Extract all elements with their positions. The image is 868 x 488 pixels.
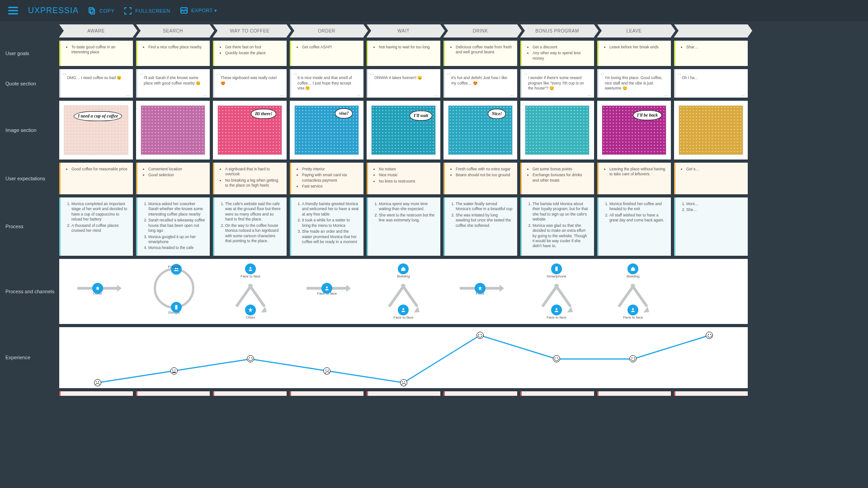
card[interactable]: Get s…: [674, 163, 748, 194]
image-card[interactable]: I'll be back: [597, 101, 671, 160]
fullscreen-icon: [124, 7, 132, 14]
card[interactable]: A signboard that is hard to overlookNo b…: [213, 163, 287, 194]
svg-rect-1: [89, 8, 93, 13]
export-icon: [180, 7, 188, 14]
image-card[interactable]: Nice!: [443, 101, 517, 160]
brand-logo[interactable]: UXPRESSIA: [28, 6, 79, 15]
card[interactable]: Leave before her break ends: [597, 41, 671, 66]
copy-button[interactable]: COPY: [89, 7, 114, 14]
process-row: Process Monica completed an important st…: [5, 197, 868, 256]
card[interactable]: Not having to wait for too long: [367, 41, 440, 66]
stage-header[interactable]: WAY TO COFFEE: [213, 24, 287, 38]
card[interactable]: Shar…: [674, 41, 748, 66]
experience-point[interactable]: [247, 355, 254, 362]
journey-board: AWARE SEARCH WAY TO COFFEE ORDER WAIT DR…: [0, 21, 868, 396]
quote-card[interactable]: I wonder if there's some reward program …: [520, 69, 594, 97]
svg-point-6: [250, 267, 251, 269]
row-label-goals: User goals: [5, 41, 56, 66]
quote-card[interactable]: Ohhhhh it takes forever!! 😠: [367, 69, 440, 97]
card[interactable]: Monica completed an important stage of h…: [59, 197, 133, 256]
menu-icon[interactable]: [8, 7, 18, 14]
card[interactable]: The barista told Monica about their loya…: [520, 197, 594, 256]
star-icon: [475, 283, 486, 294]
goals-row: User goals To taste good coffee in an in…: [5, 41, 868, 66]
card[interactable]: Moni…She…: [674, 197, 748, 256]
image-card[interactable]: Hi there!: [213, 101, 287, 160]
quote-card[interactable]: I'll ask Sarah if she knows some place w…: [136, 69, 210, 97]
red-stub-row: [5, 391, 868, 396]
stage-header[interactable]: AWARE: [59, 24, 133, 38]
copy-icon: [89, 7, 96, 14]
quote-row: Quote section OMG… I need coffee so bad …: [5, 69, 868, 97]
card[interactable]: Find a nice coffee place nearby: [136, 41, 210, 66]
export-button[interactable]: EXPORT ▾: [180, 7, 217, 14]
quote-card[interactable]: OMG… I need coffee so bad 😟: [59, 69, 133, 97]
experience-point[interactable]: [170, 367, 178, 375]
card[interactable]: Get coffee ASAP!: [290, 41, 363, 66]
stage-header[interactable]: WAIT: [367, 24, 440, 38]
home-icon: [627, 263, 638, 274]
card[interactable]: Convenient locationGood selection: [136, 163, 210, 194]
image-card[interactable]: [674, 101, 748, 160]
row-label-quote: Quote section: [5, 69, 56, 97]
image-card[interactable]: visa?: [290, 101, 363, 160]
channels-row: Process and channels OtherFriendsGoogleF…: [5, 259, 868, 324]
card[interactable]: To taste good coffee in an interesting p…: [59, 41, 133, 66]
card[interactable]: The cafe's website said the cafe was at …: [213, 197, 287, 256]
experience-chart[interactable]: [59, 327, 748, 388]
experience-row: Experience: [5, 327, 868, 388]
star-icon: [92, 283, 103, 294]
svg-rect-9: [555, 267, 557, 271]
image-card[interactable]: [520, 101, 594, 160]
card[interactable]: Fresh coffee with no extra sugarBeans sh…: [443, 163, 517, 194]
image-card[interactable]: [136, 101, 210, 160]
user-icon: [245, 263, 256, 274]
experience-point[interactable]: [323, 367, 330, 375]
card[interactable]: Monica asked her coworker Sarah whether …: [136, 197, 210, 256]
image-card[interactable]: I need a cup of coffee: [59, 101, 133, 160]
channel-cell: [671, 263, 748, 319]
quote-card[interactable]: I'm loving this place. Good coffee, nice…: [597, 69, 671, 97]
card[interactable]: Delicious coffee made from fresh and wel…: [443, 41, 517, 66]
channel-cell: Face to faceOther: [212, 263, 288, 319]
stage-header[interactable]: SEARCH: [136, 24, 210, 38]
card[interactable]: Get there fast on footQuickly locate the…: [213, 41, 287, 66]
stage-header[interactable]: [674, 24, 748, 38]
channel-cell: Food: [442, 263, 518, 319]
svg-rect-5: [175, 305, 177, 310]
top-bar: UXPRESSIA COPY FULLSCREEN EXPORT ▾: [0, 0, 868, 21]
card[interactable]: The waiter finally served Monica's coffe…: [443, 197, 517, 256]
card[interactable]: Get a discountAny other way to spend les…: [520, 41, 594, 66]
experience-point[interactable]: [94, 379, 101, 386]
card[interactable]: A friendly barista greeted Monica and we…: [290, 197, 363, 256]
mobile-icon: [171, 302, 182, 313]
quote-card[interactable]: These signboard was really cute! 😍: [213, 69, 287, 97]
stage-header[interactable]: LEAVE: [597, 24, 671, 38]
card[interactable]: Get some bonus pointsExchange bonuses fo…: [520, 163, 594, 194]
channel-cell: BuildingFace to face: [595, 263, 671, 319]
home-icon: [398, 263, 409, 274]
card[interactable]: Pretty interiorPaying with smart card vi…: [290, 163, 363, 194]
experience-point[interactable]: [629, 355, 637, 362]
card[interactable]: Good coffee for reasonable price: [59, 163, 133, 194]
experience-point[interactable]: [706, 332, 713, 339]
experience-point[interactable]: [476, 332, 484, 339]
card[interactable]: Monica finished her coffee and headed to…: [597, 197, 671, 256]
quote-card[interactable]: It is nice inside and that smell of coff…: [290, 69, 363, 97]
user-icon: [321, 283, 332, 294]
card[interactable]: Monica spent way more time waiting than …: [367, 197, 440, 256]
channel-cell: SmartphoneFace to face: [518, 263, 594, 319]
quote-card[interactable]: Oh I ha…: [674, 69, 748, 97]
experience-point[interactable]: [553, 355, 560, 362]
row-label-experience: Experience: [5, 327, 56, 388]
experience-point[interactable]: [400, 379, 407, 386]
stage-header[interactable]: ORDER: [290, 24, 363, 38]
stage-header[interactable]: BONUS PROGRAM: [520, 24, 594, 38]
stage-header[interactable]: DRINK: [443, 24, 517, 38]
card[interactable]: Leaving the place without having to take…: [597, 163, 671, 194]
quote-card[interactable]: It's hot and delish! Just how I like my …: [443, 69, 517, 97]
stage-header-row: AWARE SEARCH WAY TO COFFEE ORDER WAIT DR…: [5, 24, 868, 38]
card[interactable]: No noisesNice musicNo lines to restrooms: [367, 163, 440, 194]
fullscreen-button[interactable]: FULLSCREEN: [124, 7, 170, 14]
image-card[interactable]: I'll wait: [367, 101, 440, 160]
